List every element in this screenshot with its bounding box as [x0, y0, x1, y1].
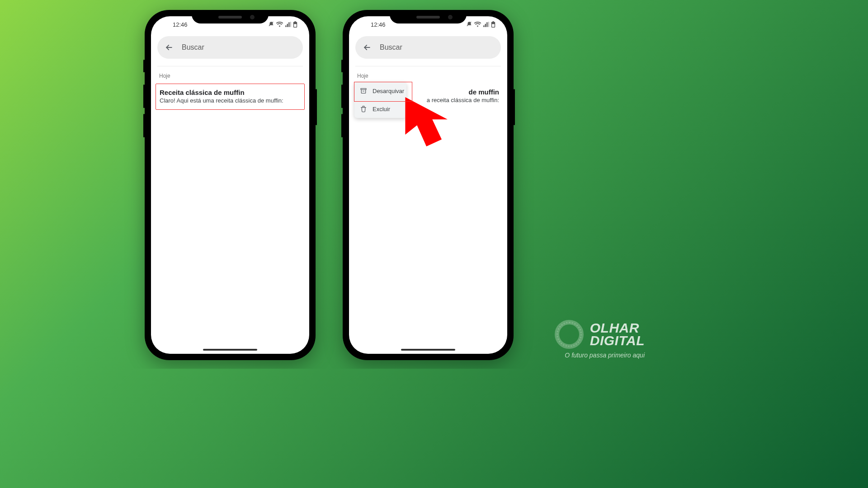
- svg-rect-0: [294, 24, 297, 27]
- arrow-left-icon: [165, 43, 174, 52]
- status-icons: [268, 21, 299, 28]
- chat-item-subtitle: Claro! Aqui está uma receita clássica de…: [160, 97, 301, 104]
- menu-item-delete[interactable]: Excluir: [354, 100, 406, 118]
- archive-icon: [360, 87, 367, 94]
- signal-icon: [285, 22, 291, 27]
- phone-side-button: [341, 84, 343, 108]
- phone-screen-left: 12:46 Buscar Hoje Receita clássica de mu…: [151, 16, 309, 354]
- chat-item-title: Receita clássica de muffin: [160, 89, 301, 96]
- status-bar: 12:46: [349, 16, 507, 33]
- search-placeholder: Buscar: [182, 43, 204, 52]
- phone-side-button: [341, 114, 343, 137]
- divider: [157, 66, 303, 66]
- search-bar[interactable]: Buscar: [157, 36, 303, 59]
- brand-name: OLHAR DIGITAL: [590, 322, 645, 347]
- menu-item-label: Desarquivar: [373, 88, 404, 94]
- phone-camera: [250, 15, 255, 19]
- search-placeholder: Buscar: [380, 43, 402, 52]
- phone-side-button: [143, 84, 145, 108]
- phone-side-button: [143, 114, 145, 137]
- phone-side-button: [316, 89, 317, 125]
- phone-speaker: [416, 16, 440, 19]
- section-label: Hoje: [159, 73, 301, 79]
- battery-icon: [491, 21, 495, 28]
- phone-camera: [448, 15, 453, 19]
- home-indicator[interactable]: [203, 349, 257, 351]
- trash-icon: [360, 105, 367, 113]
- phone-speaker: [218, 16, 242, 19]
- bell-off-icon: [268, 21, 274, 28]
- brand-tagline: O futuro passa primeiro aqui: [565, 352, 645, 359]
- back-button[interactable]: [363, 43, 372, 52]
- phone-screen-right: 12:46 Buscar Hoje de muffin: [349, 16, 507, 354]
- context-menu: Desarquivar Excluir: [354, 82, 406, 118]
- menu-item-label: Excluir: [373, 106, 390, 113]
- brand-logo-icon: [555, 320, 584, 349]
- back-button[interactable]: [165, 43, 174, 52]
- status-bar: 12:46: [151, 16, 309, 33]
- phone-side-button: [514, 89, 515, 125]
- svg-rect-1: [492, 24, 495, 27]
- chat-list-item[interactable]: Receita clássica de muffin Claro! Aqui e…: [156, 84, 305, 110]
- arrow-left-icon: [363, 43, 372, 52]
- phone-side-button: [341, 60, 343, 72]
- signal-icon: [483, 22, 489, 27]
- phone-side-button: [143, 60, 145, 72]
- phones-row: 12:46 Buscar Hoje Receita clássica de mu…: [0, 10, 658, 360]
- divider: [355, 66, 501, 66]
- status-time: 12:46: [359, 21, 386, 28]
- bell-off-icon: [466, 21, 472, 28]
- brand-watermark: OLHAR DIGITAL O futuro passa primeiro aq…: [555, 320, 645, 359]
- section-label: Hoje: [357, 73, 499, 79]
- search-bar[interactable]: Buscar: [355, 36, 501, 59]
- phone-frame-left: 12:46 Buscar Hoje Receita clássica de mu…: [145, 10, 316, 360]
- menu-item-unarchive[interactable]: Desarquivar: [354, 82, 406, 100]
- phone-frame-right: 12:46 Buscar Hoje de muffin: [343, 10, 514, 360]
- status-time: 12:46: [161, 21, 188, 28]
- battery-icon: [293, 21, 297, 28]
- home-indicator[interactable]: [401, 349, 455, 351]
- wifi-icon: [474, 22, 481, 27]
- wifi-icon: [276, 22, 283, 27]
- status-icons: [466, 21, 497, 28]
